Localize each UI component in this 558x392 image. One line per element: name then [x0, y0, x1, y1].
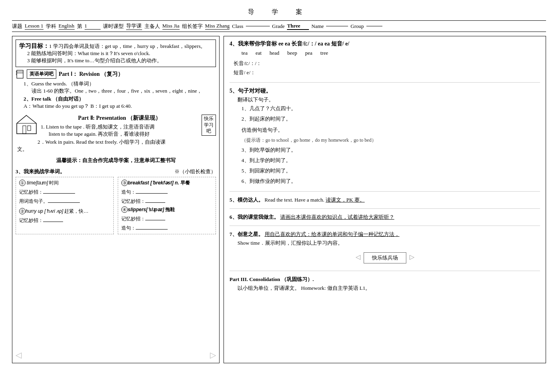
- svg-rect-0: [17, 70, 23, 78]
- use4-label: 造句：: [121, 224, 212, 232]
- group-label: Group: [350, 23, 364, 30]
- part1-section: 英语单词吧 Part Ⅰ： Revision （复习） 1、Guess the …: [16, 69, 216, 110]
- section6-num: 6、我的课堂我做主。: [230, 214, 279, 220]
- section5b-num: 5、模仿达人。: [230, 197, 263, 203]
- vocab-label: 英语单词吧: [27, 69, 56, 79]
- part1-header-row: 英语单词吧 Part Ⅰ： Revision （复习）: [16, 69, 216, 79]
- trans-1: 1、几点了？六点四十。: [241, 103, 540, 114]
- arrow-left-icon: ◁: [16, 350, 22, 360]
- trans-3: 3、到吃早饭的时间了。: [241, 145, 540, 155]
- consolidation-section: Part III. Consolidation （巩固练习）. 以小组为单位，背…: [230, 276, 540, 292]
- phonics-long-short: 长音/iː/：/： 短音/ e/：: [233, 59, 540, 77]
- left-panel: 学习目标：1 学习四会单词及短语：get up，time，hurry up，br…: [12, 36, 220, 363]
- type-label: 课时课型: [103, 23, 124, 30]
- obj-1: 1 学习四会单词及短语：get up，time，hurry up，breakfa…: [49, 43, 206, 49]
- part-value: 1: [85, 23, 101, 30]
- part1-item1: 1、Guess the words. （猜单词）: [24, 80, 216, 87]
- teacher-label: 主备人: [144, 23, 160, 30]
- happy-label-group: 快乐学习吧: [202, 115, 216, 136]
- short-sound: 短音/ e/：: [233, 68, 540, 77]
- type-value: 导学课: [126, 22, 142, 30]
- trans-note: 仿造例句造句子。: [241, 125, 540, 135]
- part1-title: Part Ⅰ： Revision （复习）: [59, 71, 123, 78]
- word-beep: beep: [287, 50, 297, 56]
- group-sign-label: 组长签字: [182, 23, 203, 30]
- divider1: [230, 82, 540, 83]
- phonics-words: tea eat head beep pea tree: [241, 50, 540, 56]
- class-label: Class: [232, 23, 243, 30]
- word2-label: ②hurry up [ˈhʌri ʌp] 赶紧，快…: [19, 208, 110, 215]
- trans-5: 5、到回家的时间了。: [241, 166, 540, 176]
- trans-6: 6、到做作业的时间了。: [241, 176, 540, 186]
- grade-value: Three: [287, 23, 309, 30]
- obj-2: 2 能熟练地问答时间：What time is it？It's seven o'…: [27, 50, 212, 57]
- section7-title: 7、创意之星。 用自己喜欢的方式：给本课的单词和句子编一种记忆方法，: [230, 231, 540, 238]
- mem2-label: 记忆妙招：: [19, 216, 110, 224]
- mem1-label: 记忆妙招：: [19, 188, 110, 196]
- svg-rect-7: [23, 126, 26, 134]
- main-layout: 学习目标：1 学习四会单词及短语：get up，time，hurry up，br…: [12, 36, 546, 363]
- challenge-title: 3、我来挑战学单词。: [16, 168, 65, 175]
- practice-right-arrow: ▷: [410, 253, 414, 261]
- objectives-title: 学习目标：1 学习四会单词及短语：get up，time，hurry up，br…: [19, 42, 212, 50]
- word1-label: ① time[taɪm] 时间: [19, 180, 110, 186]
- part2-item3: 2．Work in pairs. Read the text freely. 小…: [38, 139, 216, 146]
- section7-text: 用自己喜欢的方式：给本课的单词和句子编一种记忆方法，: [265, 231, 400, 237]
- part2-row: Part Ⅱ: Presentation （新课呈现） 1. Listen to…: [16, 115, 216, 138]
- svg-marker-6: [17, 115, 36, 134]
- bottom-decoration: ◁ ▷: [16, 347, 216, 360]
- translate-title: 翻译以下句子。: [237, 96, 540, 103]
- trans-4: 4、到上学的时间了。: [241, 155, 540, 166]
- word-tree: tree: [320, 50, 328, 56]
- translate-list: 1、几点了？六点四十。 2、到起床的时间了。 仿造例句造句子。 （提示语：go …: [241, 103, 540, 186]
- trans-hint: （提示语：go to school，go home，do my homework…: [241, 135, 540, 145]
- practice-box-row: ◁ 快乐练兵场 ▷: [230, 252, 540, 263]
- section5b: 5、模仿达人。 Read the text. Have a match. 读课文…: [230, 196, 540, 204]
- name-label: Name: [311, 23, 324, 30]
- part1-item3: 2、Free talk （自由对话）: [24, 95, 216, 103]
- use1-label: 用词造句子。: [19, 197, 110, 205]
- part2-section: Part Ⅱ: Presentation （新课呈现） 1. Listen to…: [16, 115, 216, 153]
- house-icon: [16, 115, 38, 136]
- divider3: [230, 208, 540, 209]
- consolidation-content: 以小组为单位，背诵课文。 Homework: 做自主学英语 L1。: [237, 285, 540, 292]
- happy-label: 快乐学习吧: [202, 115, 216, 136]
- notebook-icon: [16, 70, 24, 79]
- word4-label: ④slippers[ˈslɪpəz] 拖鞋: [121, 206, 212, 213]
- section4-title: 4、我来帮你学音标 ee ea 长音/iː/：/ ea ea 短音/ e/: [230, 40, 540, 48]
- vocab-right-col: ③breakfast [ˈbrekfəst] n. 早餐 造句： 记忆妙招： ④…: [118, 177, 216, 234]
- school-svg-icon: [16, 115, 38, 135]
- vocab-challenge-section: 3、我来挑战学单词。 ※（小组长检查） ① time[taɪm] 时间 记忆妙招…: [16, 168, 216, 234]
- warm-tip: 温馨提示：自主合作完成导学案，注意单词工整书写: [16, 157, 216, 164]
- word-tea: tea: [241, 50, 247, 56]
- vocab-cols: ① time[taɪm] 时间 记忆妙招： 用词造句子。 ②hurry up […: [16, 177, 216, 234]
- section5-title: 5、句子对对碰。: [230, 87, 540, 95]
- name-value: [326, 26, 348, 26]
- word-eat: eat: [255, 50, 261, 56]
- section5b-text: Read the text. Have a match.: [265, 197, 326, 203]
- group-sign-value: Miss Zhang: [205, 23, 230, 30]
- part2-title: Part Ⅱ: Presentation （新课呈现）: [41, 115, 198, 122]
- part2-item2: listen to the tape again. 再次听音，看谁读得好: [49, 131, 198, 138]
- use3-label: 造句：: [121, 188, 212, 196]
- practice-left-arrow: ◁: [356, 253, 360, 261]
- section5b-underline: 读课文，PK 赛。: [326, 197, 365, 203]
- class-value: [246, 26, 270, 26]
- divider5: [230, 271, 540, 271]
- lesson-value: Lesson 1: [25, 23, 44, 30]
- arrow-right-icon: ▷: [210, 350, 216, 360]
- section7-num: 7、创意之星。: [230, 231, 263, 237]
- part2-content: Part Ⅱ: Presentation （新课呈现） 1. Listen to…: [41, 115, 198, 138]
- group-value: [366, 26, 382, 26]
- teacher-value: Miss Jia: [162, 23, 180, 30]
- challenge-header: 3、我来挑战学单词。 ※（小组长检查）: [16, 168, 216, 175]
- word3-label: ③breakfast [ˈbrekfəst] n. 早餐: [121, 180, 212, 186]
- obj-3: 3 能够根据时间，It's time to…句型介绍自己或他人的动作。: [27, 57, 212, 64]
- challenge-check: ※（小组长检查）: [174, 168, 216, 175]
- part1-item4: A：What time do you get up？ B：I get up at…: [24, 103, 216, 110]
- grade-label: Grade: [272, 23, 285, 30]
- long-sound: 长音/iː/：/：: [233, 59, 540, 68]
- trans-2: 2、到起床的时间了。: [241, 114, 540, 124]
- section7: 7、创意之星。 用自己喜欢的方式：给本课的单词和句子编一种记忆方法， Show …: [230, 231, 540, 247]
- part1-item2: 读出 1-60 的数字。One，two，three，four，five，six，…: [32, 87, 216, 95]
